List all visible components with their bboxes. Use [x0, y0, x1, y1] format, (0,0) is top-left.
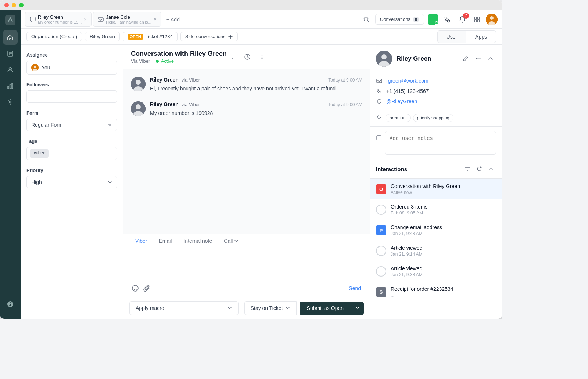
- stay-on-ticket-button[interactable]: Stay on Ticket: [244, 301, 297, 315]
- priority-label: Priority: [26, 167, 117, 173]
- svg-point-43: [380, 116, 381, 116]
- nav-item-zendesk[interactable]: [3, 298, 18, 313]
- call-tab-label: Call: [224, 238, 233, 244]
- submit-as-open-button[interactable]: Submit as Open: [300, 302, 351, 315]
- interaction-item-0[interactable]: O Conversation with Riley Green Active n…: [370, 179, 502, 199]
- reply-tab-internal[interactable]: Internal note: [178, 234, 218, 248]
- conv-header-icons: [227, 51, 268, 63]
- emoji-button[interactable]: [129, 282, 141, 294]
- tags-input[interactable]: lychee: [26, 147, 117, 160]
- green-status-button[interactable]: [427, 14, 439, 25]
- left-panel: Assignee You: [21, 45, 123, 319]
- tag-lychee: lychee: [30, 149, 49, 158]
- interactions-filter-button[interactable]: [462, 164, 473, 174]
- chevron-down-icon: [107, 122, 112, 127]
- nav-item-reports[interactable]: [3, 79, 18, 93]
- submit-dropdown-button[interactable]: [351, 302, 364, 315]
- refresh-icon: [476, 166, 482, 172]
- priority-select[interactable]: High: [26, 176, 117, 188]
- attachment-button[interactable]: [141, 282, 153, 294]
- tab-close-janae[interactable]: ✕: [154, 17, 157, 21]
- tab-janae-cole[interactable]: Janae Cole Hello, I am having an is... ✕: [93, 12, 161, 27]
- msg-text-0: Hi, I recently bought a pair of shoes an…: [150, 85, 362, 93]
- attachment-icon: [143, 285, 151, 292]
- macro-select[interactable]: Apply macro: [129, 301, 239, 315]
- interactions-collapse-button[interactable]: [486, 164, 496, 174]
- svg-point-34: [134, 288, 135, 288]
- svg-point-21: [34, 66, 36, 68]
- profile-more-button[interactable]: [473, 53, 484, 64]
- svg-rect-42: [377, 79, 382, 83]
- tab-user[interactable]: User: [437, 30, 467, 43]
- interaction-title-3: Article viewed: [391, 245, 496, 251]
- msg-content-1: Riley Green via Viber Today at 9:00 AM M…: [150, 101, 362, 117]
- form-label: Form: [26, 110, 117, 116]
- interaction-icon-0: O: [376, 184, 386, 194]
- add-tab-button[interactable]: + Add: [163, 14, 183, 25]
- tag-icon: [376, 114, 382, 120]
- nav-item-settings[interactable]: [3, 95, 18, 109]
- svg-point-9: [10, 101, 11, 103]
- svg-rect-15: [474, 20, 477, 22]
- interactions-section: Interactions: [370, 159, 502, 319]
- grid-button[interactable]: [471, 14, 483, 25]
- interaction-icon-1: [376, 205, 386, 215]
- phone-button[interactable]: [442, 14, 453, 25]
- interaction-icon-3: [376, 246, 386, 256]
- user-avatar-button[interactable]: [486, 14, 498, 25]
- msg-channel-1: via Viber: [182, 102, 200, 107]
- followers-input[interactable]: [26, 90, 117, 103]
- interactions-refresh-button[interactable]: [474, 164, 484, 174]
- minimize-button[interactable]: [12, 3, 16, 7]
- msg-header-1: Riley Green via Viber Today at 9:00 AM: [150, 101, 362, 107]
- nav-item-home[interactable]: [3, 30, 18, 45]
- search-button[interactable]: [361, 14, 372, 25]
- tab-riley-green[interactable]: Riley Green My order number is 19... ✕: [25, 12, 92, 27]
- msg-header-0: Riley Green via Viber Today at 9:00 AM: [150, 77, 362, 83]
- breadcrumb-ticket[interactable]: OPEN Ticket #1234: [123, 32, 178, 41]
- interaction-item-4[interactable]: Article viewed Jan 21, 9:38 AM: [370, 261, 502, 282]
- top-bar-right: Conversations 0: [361, 14, 498, 25]
- users-icon: [7, 66, 14, 73]
- reply-tab-viber[interactable]: Viber: [129, 234, 153, 248]
- maximize-button[interactable]: [19, 3, 24, 7]
- ticket-label: Ticket #1234: [146, 34, 173, 39]
- interaction-item-2[interactable]: P Change email address Jan 21, 9:43 AM: [370, 220, 502, 241]
- close-button[interactable]: [4, 3, 9, 7]
- reply-textarea[interactable]: [123, 248, 370, 278]
- edit-profile-button[interactable]: [460, 53, 471, 64]
- nav-sidebar: [0, 10, 21, 319]
- reply-tab-call[interactable]: Call: [218, 234, 244, 248]
- interaction-time-3: Jan 21, 9:14 AM: [391, 252, 496, 257]
- history-icon-button[interactable]: [241, 51, 253, 63]
- tab-apps[interactable]: Apps: [466, 30, 496, 43]
- svg-rect-6: [8, 86, 9, 89]
- user-twitter[interactable]: @RileyGreen: [386, 98, 417, 104]
- filter-icon-button[interactable]: [227, 51, 239, 63]
- conversations-button[interactable]: Conversations 0: [375, 14, 424, 25]
- traffic-lights: [4, 3, 24, 7]
- side-conversations-button[interactable]: Side conversations: [180, 32, 238, 41]
- breadcrumb-org[interactable]: Organization (Create): [26, 32, 82, 41]
- assignee-field[interactable]: You: [26, 61, 117, 75]
- user-notes-input[interactable]: [385, 131, 496, 155]
- nav-item-users[interactable]: [3, 62, 18, 77]
- reply-tab-email[interactable]: Email: [153, 234, 178, 248]
- tab-close-riley[interactable]: ✕: [84, 17, 87, 21]
- collapse-profile-button[interactable]: [485, 53, 496, 64]
- top-bar: Riley Green My order number is 19... ✕ J…: [21, 10, 502, 29]
- sender-avatar-1: [131, 101, 146, 116]
- nav-item-tickets[interactable]: [3, 46, 18, 61]
- interaction-item-3[interactable]: Article viewed Jan 21, 9:14 AM: [370, 241, 502, 261]
- nav-logo[interactable]: [4, 13, 17, 26]
- breadcrumb-user[interactable]: Riley Green: [85, 32, 120, 41]
- user-email[interactable]: rgreen@work.com: [386, 78, 429, 84]
- assignee-label: Assignee: [26, 52, 117, 58]
- notifications-button[interactable]: 7: [456, 14, 468, 25]
- form-select[interactable]: Regular Form: [26, 119, 117, 131]
- interaction-item-1[interactable]: Ordered 3 items Feb 08, 9:05 AM: [370, 199, 502, 220]
- interaction-item-5[interactable]: S Receipt for order #2232534 ...: [370, 282, 502, 302]
- send-button[interactable]: Send: [346, 284, 364, 293]
- tags-icon: [376, 114, 383, 120]
- more-options-button[interactable]: [256, 51, 268, 63]
